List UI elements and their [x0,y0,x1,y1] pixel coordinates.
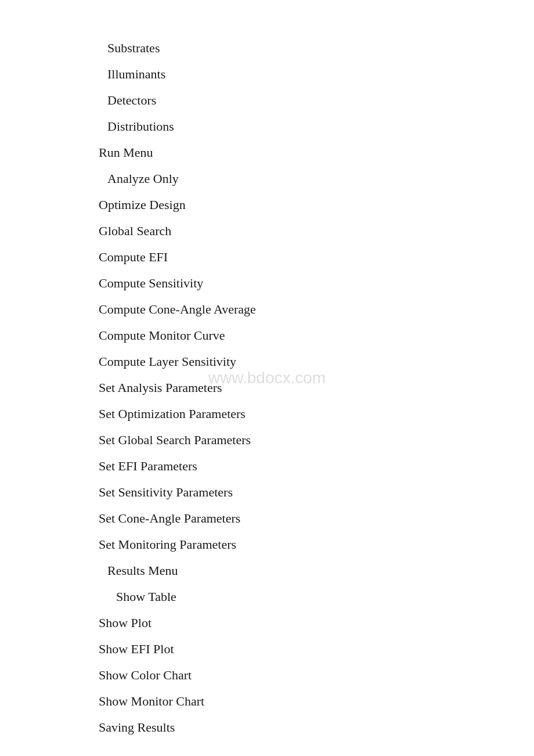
menu-item-compute-efi[interactable]: Compute EFI [0,244,534,270]
menu-item-analyze-only[interactable]: Analyze Only [0,165,534,192]
menu-item-global-search[interactable]: Global Search [0,218,534,244]
menu-item-set-optimization-parameters[interactable]: Set Optimization Parameters [0,401,534,427]
menu-item-set-sensitivity-parameters[interactable]: Set Sensitivity Parameters [0,479,534,505]
menu-item-compute-monitor-curve[interactable]: Compute Monitor Curve [0,322,534,348]
menu-list: SubstratesIlluminantsDetectorsDistributi… [0,35,534,740]
menu-item-show-efi-plot[interactable]: Show EFI Plot [0,636,534,662]
menu-item-run-menu[interactable]: Run Menu [0,139,534,165]
menu-item-show-monitor-chart[interactable]: Show Monitor Chart [0,688,534,714]
menu-item-show-plot[interactable]: Show Plot [0,610,534,636]
menu-item-optimize-design[interactable]: Optimize Design [0,192,534,218]
menu-item-saving-results[interactable]: Saving Results [0,714,534,740]
menu-item-show-table[interactable]: Show Table [0,584,534,610]
menu-item-substrates[interactable]: Substrates [0,35,534,61]
menu-item-set-efi-parameters[interactable]: Set EFI Parameters [0,453,534,479]
menu-item-compute-sensitivity[interactable]: Compute Sensitivity [0,270,534,296]
menu-item-set-monitoring-parameters[interactable]: Set Monitoring Parameters [0,531,534,557]
menu-item-show-color-chart[interactable]: Show Color Chart [0,662,534,688]
menu-item-illuminants[interactable]: Illuminants [0,61,534,87]
menu-item-compute-layer-sensitivity[interactable]: Compute Layer Sensitivity [0,348,534,375]
menu-item-set-analysis-parameters[interactable]: Set Analysis Parameters [0,375,534,401]
menu-item-results-menu[interactable]: Results Menu [0,557,534,584]
menu-item-detectors[interactable]: Detectors [0,87,534,113]
menu-item-set-cone-angle-parameters[interactable]: Set Cone-Angle Parameters [0,505,534,531]
menu-item-set-global-search-parameters[interactable]: Set Global Search Parameters [0,427,534,453]
menu-item-compute-cone-angle-average[interactable]: Compute Cone-Angle Average [0,296,534,322]
menu-item-distributions[interactable]: Distributions [0,113,534,139]
